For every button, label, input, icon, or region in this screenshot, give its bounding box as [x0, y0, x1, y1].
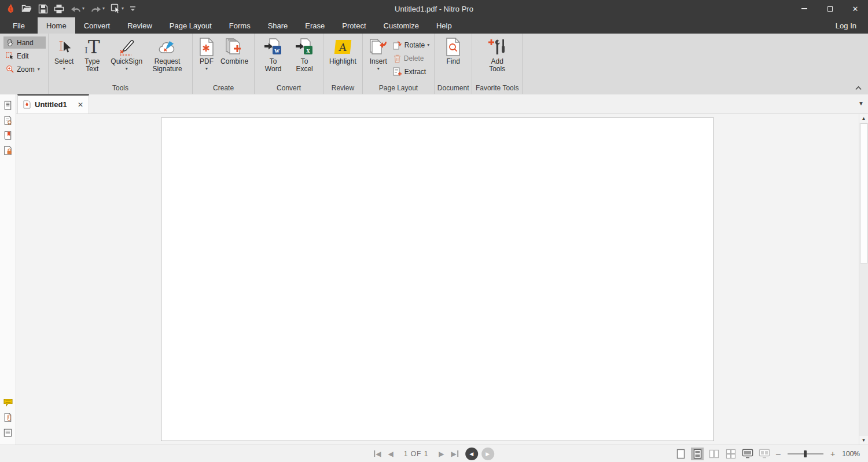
- quicksign-button[interactable]: QuickSign ▾: [108, 35, 145, 72]
- ribbon: Hand Edit Zoom ▾ Select ▾ IT: [0, 34, 868, 94]
- group-convert: w To Word x To Excel Convert: [255, 34, 323, 94]
- request-signature-button[interactable]: Request Signature: [145, 35, 189, 74]
- undo-dropdown-caret[interactable]: ▾: [82, 6, 84, 11]
- to-excel-button[interactable]: x To Excel: [289, 35, 320, 74]
- combine-button[interactable]: Combine: [218, 35, 251, 66]
- view-full-screen-button[interactable]: [741, 448, 754, 460]
- ribbon-tab-bar: File Home Convert Review Page Layout For…: [0, 17, 868, 34]
- redo-button[interactable]: ▾: [89, 3, 106, 14]
- find-button[interactable]: Find: [443, 35, 464, 66]
- hand-tool-button[interactable]: Hand: [3, 36, 46, 49]
- print-button[interactable]: [53, 3, 65, 15]
- tab-protect[interactable]: Protect: [333, 17, 374, 34]
- next-page-button[interactable]: ▶: [439, 450, 444, 458]
- scroll-down-button[interactable]: ▼: [859, 436, 868, 445]
- zoom-dropdown-caret: ▾: [38, 67, 40, 72]
- previous-page-button[interactable]: ◀: [388, 450, 393, 458]
- svg-text:x: x: [307, 46, 310, 54]
- scroll-up-button[interactable]: ▲: [859, 114, 868, 123]
- next-view-button[interactable]: ▶: [481, 448, 494, 460]
- bookmarks-panel-button[interactable]: [2, 129, 14, 142]
- to-word-button[interactable]: w To Word: [258, 35, 289, 74]
- delete-pages-button[interactable]: Delete: [391, 52, 431, 64]
- group-label-review: Review: [323, 83, 362, 94]
- zoom-out-button[interactable]: –: [775, 449, 782, 459]
- save-button[interactable]: [37, 3, 49, 15]
- comments-panel-button[interactable]: [2, 396, 14, 409]
- svg-text:w: w: [274, 46, 279, 54]
- tab-list-dropdown[interactable]: ▼: [858, 100, 864, 107]
- last-page-button[interactable]: ▶: [451, 450, 458, 458]
- customize-toolbar-button[interactable]: [128, 4, 137, 13]
- pages-panel-button[interactable]: [2, 99, 14, 112]
- highlight-button[interactable]: A Highlight: [326, 35, 359, 66]
- minimize-button[interactable]: [792, 0, 817, 17]
- scrollbar-thumb[interactable]: [860, 123, 868, 263]
- tab-help[interactable]: Help: [428, 17, 461, 34]
- zoom-slider[interactable]: [788, 450, 823, 458]
- tagged-content-panel-button[interactable]: [2, 426, 14, 439]
- zoom-slider-handle[interactable]: [804, 450, 807, 457]
- edit-tool-button[interactable]: Edit: [3, 50, 46, 62]
- zoom-level-value[interactable]: 100%: [840, 450, 860, 458]
- zoom-icon: [6, 65, 14, 74]
- view-facing-button[interactable]: [708, 448, 720, 460]
- tab-close-button[interactable]: ✕: [78, 101, 83, 109]
- previous-view-button[interactable]: ◀: [465, 448, 478, 460]
- view-continuous-button[interactable]: [691, 448, 704, 460]
- group-label-document: Document: [435, 83, 472, 94]
- type-text-button[interactable]: IT Type Text: [76, 35, 108, 74]
- undo-button[interactable]: ▾: [69, 3, 86, 14]
- zoom-in-button[interactable]: +: [829, 449, 836, 459]
- pointer-tool-dropdown-caret[interactable]: ▾: [122, 6, 124, 11]
- group-label-create: Create: [193, 83, 254, 94]
- open-button[interactable]: [20, 3, 34, 14]
- tab-home[interactable]: Home: [38, 17, 75, 34]
- status-bar: ◀ ◀ 1 OF 1 ▶ ▶ ◀ ▶ – + 100%: [0, 445, 868, 462]
- tab-file[interactable]: File: [0, 17, 38, 34]
- tab-forms[interactable]: Forms: [220, 17, 259, 34]
- tab-convert[interactable]: Convert: [75, 17, 119, 34]
- pdf-page[interactable]: [161, 118, 714, 441]
- tab-page-layout[interactable]: Page Layout: [161, 17, 220, 34]
- tab-review[interactable]: Review: [119, 17, 161, 34]
- add-tools-button[interactable]: Add Tools: [481, 35, 513, 74]
- tab-erase[interactable]: Erase: [296, 17, 333, 34]
- document-canvas[interactable]: [16, 114, 859, 445]
- group-create: PDF ▾ Combine Create: [193, 34, 255, 94]
- collapse-ribbon-button[interactable]: [855, 84, 862, 92]
- group-page-layout: Insert ▾ Rotate ▾ Delete Extract Pa: [363, 34, 435, 94]
- document-tab[interactable]: Untitled1 ✕: [17, 94, 89, 113]
- insert-pages-button[interactable]: Insert ▾: [366, 35, 391, 72]
- restore-button[interactable]: [817, 0, 843, 17]
- first-page-button[interactable]: ◀: [374, 450, 381, 458]
- quicksign-icon: [117, 36, 137, 58]
- extract-pages-button[interactable]: Extract: [391, 65, 431, 78]
- create-pdf-button[interactable]: PDF ▾: [196, 35, 218, 72]
- edit-label: Edit: [17, 52, 29, 60]
- edit-icon: [6, 52, 14, 60]
- pointer-tool-button[interactable]: ▾: [109, 2, 125, 15]
- vertical-scrollbar[interactable]: ▲ ▼: [859, 114, 868, 445]
- view-presentation-button[interactable]: [758, 448, 771, 460]
- type-text-icon: IT: [84, 36, 100, 58]
- select-button[interactable]: Select ▾: [52, 35, 76, 72]
- delete-icon: [393, 54, 402, 63]
- digital-signatures-panel-button[interactable]: [2, 114, 14, 127]
- view-and-zoom-controls: – + 100%: [674, 448, 860, 460]
- log-in-button[interactable]: Log In: [824, 17, 868, 34]
- to-word-icon: w: [263, 36, 283, 58]
- tab-customize[interactable]: Customize: [375, 17, 428, 34]
- view-facing-continuous-button[interactable]: [724, 448, 737, 460]
- page-indicator[interactable]: 1 OF 1: [404, 450, 429, 458]
- extract-icon: [393, 67, 402, 76]
- security-panel-button[interactable]: [2, 144, 14, 157]
- attachments-panel-button[interactable]: [2, 411, 14, 424]
- close-button[interactable]: ✕: [843, 0, 868, 17]
- zoom-tool-button[interactable]: Zoom ▾: [3, 63, 46, 75]
- redo-dropdown-caret[interactable]: ▾: [102, 6, 105, 11]
- view-single-page-button[interactable]: [674, 448, 687, 460]
- rotate-button[interactable]: Rotate ▾: [391, 39, 431, 51]
- rotate-icon: [393, 41, 402, 50]
- tab-share[interactable]: Share: [259, 17, 297, 34]
